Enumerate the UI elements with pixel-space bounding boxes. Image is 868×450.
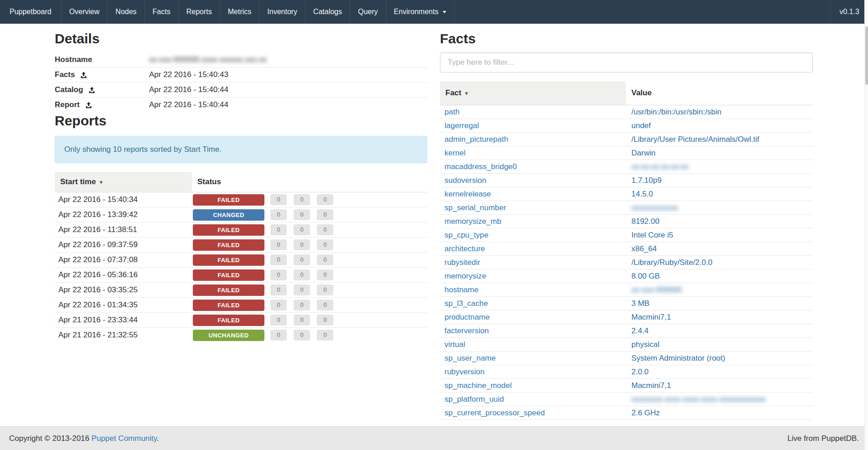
fact-name-link[interactable]: sudoversion xyxy=(444,176,486,185)
column-header-value[interactable]: Value xyxy=(626,81,813,105)
report-start-time-text: Apr 22 2016 - 05:36:16 xyxy=(58,270,138,279)
detail-value-cell: Apr 22 2016 - 15:40:43 xyxy=(149,71,427,79)
fact-value-cell: Macmini7,1 xyxy=(626,379,813,393)
column-header-status[interactable]: Status xyxy=(192,172,427,192)
fact-row: sp_cpu_type Intel Core i5 xyxy=(440,228,813,242)
nav-item-overview[interactable]: Overview xyxy=(62,0,108,24)
fact-row: macaddress_bridge0 xx:xx:xx:xx:xx:xx xyxy=(440,160,813,174)
fact-name-link[interactable]: virtual xyxy=(444,340,465,349)
nav-item-facts[interactable]: Facts xyxy=(145,0,179,24)
fact-name-link[interactable]: sp_l3_cache xyxy=(444,299,488,308)
scrollbar-track[interactable] xyxy=(864,0,868,450)
report-start-time-text: Apr 22 2016 - 09:37:59 xyxy=(58,240,138,249)
fact-name-link[interactable]: sp_platform_uuid xyxy=(444,395,504,403)
report-status-badge[interactable]: FAILED xyxy=(193,254,264,266)
nav-item-reports[interactable]: Reports xyxy=(179,0,220,24)
nav-item-catalogs[interactable]: Catalogs xyxy=(305,0,350,24)
filter-input[interactable] xyxy=(440,52,813,72)
report-count-badge: 0 xyxy=(317,224,333,235)
footer-copyright-text: Copyright © 2013-2016 xyxy=(9,434,92,443)
report-row: Apr 21 2016 - 23:33:44 FAILED000 xyxy=(55,313,427,328)
report-count-badge: 0 xyxy=(270,254,287,265)
nav-item-nodes[interactable]: Nodes xyxy=(108,0,145,24)
fact-name-link[interactable]: hostname xyxy=(444,285,479,294)
report-row: Apr 22 2016 - 07:37:08 FAILED000 xyxy=(55,253,427,268)
fact-name-link[interactable]: rubyversion xyxy=(444,367,485,376)
report-start-time-text: Apr 22 2016 - 03:35:25 xyxy=(58,285,138,294)
column-header-start-time[interactable]: Start time▾ xyxy=(55,172,192,192)
nav-item-environments[interactable]: Environments xyxy=(386,0,455,24)
fact-name-link[interactable]: memorysize_mb xyxy=(444,217,501,226)
column-header-fact[interactable]: Fact▾ xyxy=(440,81,626,105)
fact-name-link[interactable]: sp_serial_number xyxy=(444,203,506,212)
report-status-badge[interactable]: FAILED xyxy=(193,194,264,206)
fact-name-cell: architecture xyxy=(440,242,626,256)
report-status-badge[interactable]: CHANGED xyxy=(193,209,264,221)
scrollbar-thumb[interactable] xyxy=(865,26,868,85)
fact-name-link[interactable]: memorysize xyxy=(444,272,486,280)
report-status-badge[interactable]: FAILED xyxy=(193,284,264,296)
upload-icon[interactable] xyxy=(85,102,92,109)
fact-name-link[interactable]: sp_current_processor_speed xyxy=(444,409,545,417)
fact-name-cell: hostname xyxy=(440,283,626,297)
fact-row: sp_serial_number xxxxxxxxxxxx xyxy=(440,201,813,215)
fact-name-link[interactable]: sp_machine_model xyxy=(444,381,512,390)
fact-value: Macmini7,1 xyxy=(631,313,671,321)
report-row: Apr 22 2016 - 11:38:51 FAILED000 xyxy=(55,222,427,238)
upload-icon[interactable] xyxy=(88,87,95,93)
fact-value-cell: physical xyxy=(626,338,813,352)
fact-name-link[interactable]: lagerregal xyxy=(444,121,479,130)
navbar: Puppetboard OverviewNodesFactsReportsMet… xyxy=(0,0,868,24)
facts-column: Facts Fact▾ Value path /usr/bin:/bin:/us… xyxy=(440,24,813,420)
reports-table: Start time▾ Status Apr 22 2016 - 15:40:3… xyxy=(55,172,427,342)
report-count-badge: 0 xyxy=(317,269,333,280)
fact-name-link[interactable]: productname xyxy=(444,313,490,321)
fact-name-cell: productname xyxy=(440,310,626,324)
fact-row: sp_l3_cache 3 MB xyxy=(440,297,813,310)
report-status-badge[interactable]: FAILED xyxy=(193,269,264,281)
report-status-cell: FAILED000 xyxy=(192,298,427,313)
fact-name-cell: sp_machine_model xyxy=(440,379,626,393)
fact-value: xxxxxxxxxxxx xyxy=(631,203,678,212)
fact-name-link[interactable]: path xyxy=(444,108,460,116)
nav-item-query[interactable]: Query xyxy=(350,0,386,24)
fact-row: memorysize 8.00 GB xyxy=(440,269,813,283)
detail-label-cell: Hostname xyxy=(55,55,149,64)
report-status-badge[interactable]: FAILED xyxy=(193,224,264,236)
report-status-badge[interactable]: UNCHANGED xyxy=(193,330,264,341)
report-status-badge[interactable]: FAILED xyxy=(193,239,264,251)
fact-name-cell: kernelrelease xyxy=(440,187,626,201)
fact-name-link[interactable]: sp_user_name xyxy=(444,354,496,362)
fact-name-link[interactable]: sp_cpu_type xyxy=(444,231,488,239)
fact-value-cell: xxxxxxxx-xxxx-xxxx-xxxx-xxxxxxxxxxxx xyxy=(626,393,813,406)
fact-name-cell: macaddress_bridge0 xyxy=(440,160,626,174)
report-count-badge: 0 xyxy=(294,269,310,280)
fact-value-cell: Darwin xyxy=(626,146,813,160)
report-count-badge: 0 xyxy=(317,209,333,220)
report-status-badge[interactable]: FAILED xyxy=(193,315,264,326)
report-status-badge[interactable]: FAILED xyxy=(193,300,264,311)
detail-value-cell: Apr 22 2016 - 15:40:44 xyxy=(149,86,427,94)
report-count-badge: 0 xyxy=(270,300,287,310)
fact-value: 2.6 GHz xyxy=(631,409,660,417)
fact-name-link[interactable]: architecture xyxy=(444,244,485,253)
fact-name-link[interactable]: admin_picturepath xyxy=(444,135,508,144)
fact-row: productname Macmini7,1 xyxy=(440,310,813,324)
fact-value: xx-xxx-000000 xyxy=(631,285,682,294)
fact-name-link[interactable]: kernelrelease xyxy=(444,190,491,198)
nav-item-metrics[interactable]: Metrics xyxy=(220,0,260,24)
fact-name-link[interactable]: kernel xyxy=(444,149,465,157)
navbar-brand[interactable]: Puppetboard xyxy=(0,0,62,24)
report-count-badge: 0 xyxy=(294,209,310,220)
report-count-badge: 0 xyxy=(270,330,287,341)
fact-row: architecture x86_64 xyxy=(440,242,813,256)
puppet-community-link[interactable]: Puppet Community xyxy=(92,434,157,443)
fact-name-link[interactable]: rubysitedir xyxy=(444,258,480,267)
fact-value-cell: 3 MB xyxy=(626,297,813,310)
nav-item-inventory[interactable]: Inventory xyxy=(259,0,305,24)
detail-row: Facts Apr 22 2016 - 15:40:43 xyxy=(55,67,427,83)
report-row: Apr 22 2016 - 13:39:42 CHANGED000 xyxy=(55,207,427,222)
fact-name-link[interactable]: facterversion xyxy=(444,326,489,335)
upload-icon[interactable] xyxy=(80,72,87,78)
fact-name-link[interactable]: macaddress_bridge0 xyxy=(444,162,517,171)
